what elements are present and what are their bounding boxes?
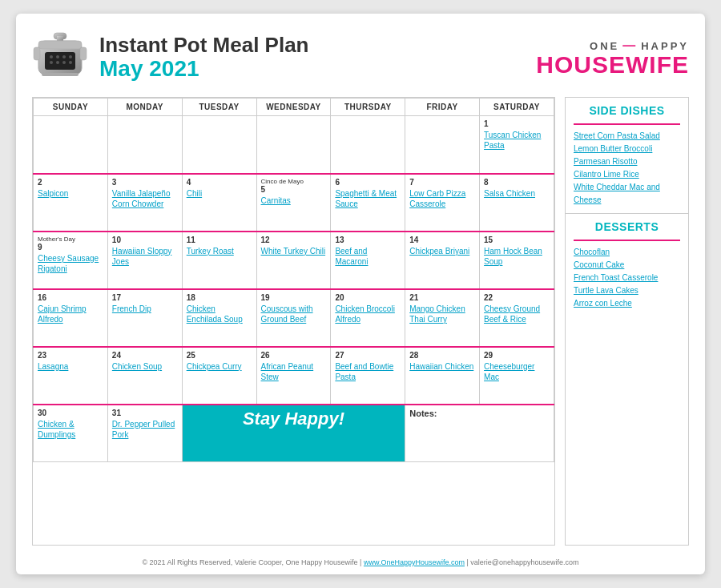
- side-dish-1[interactable]: Street Corn Pasta Salad: [574, 130, 680, 143]
- dessert-5[interactable]: Arroz con Leche: [574, 297, 680, 310]
- meal-chicken-dumplings[interactable]: Chicken & Dumplings: [38, 419, 103, 440]
- day-18: 18 Chicken Enchilada Soup: [182, 289, 256, 347]
- side-dish-5[interactable]: White Cheddar Mac and Cheese: [574, 181, 680, 207]
- col-thursday: THURSDAY: [331, 99, 405, 116]
- calendar-table: SUNDAY MONDAY TUESDAY WEDNESDAY THURSDAY…: [33, 98, 554, 462]
- day-8: 8 Salsa Chicken: [480, 174, 554, 232]
- svg-rect-3: [38, 41, 82, 49]
- stay-happy-cell: Stay Happy!: [182, 405, 405, 462]
- meal-turkey-roast[interactable]: Turkey Roast: [187, 246, 252, 256]
- day-12: 12 White Turkey Chili: [256, 232, 331, 289]
- col-monday: MONDAY: [107, 99, 182, 116]
- day-26: 26 African Peanut Stew: [256, 347, 331, 405]
- meal-beef-macaroni[interactable]: Beef and Macaroni: [335, 246, 401, 267]
- desserts-title: DESSERTS: [574, 220, 680, 233]
- day-empty: [256, 116, 331, 174]
- svg-point-10: [56, 61, 59, 64]
- calendar-header-row: SUNDAY MONDAY TUESDAY WEDNESDAY THURSDAY…: [34, 99, 554, 116]
- svg-point-9: [50, 61, 53, 64]
- week-2: 2 Salpicon 3 Vanilla Jalapeño Corn Chowd…: [34, 174, 554, 232]
- day-1: 1 Tuscan Chicken Pasta: [480, 116, 554, 174]
- day-22: 22 Cheesy Ground Beef & Rice: [480, 289, 554, 347]
- meal-chicken-broccoli[interactable]: Chicken Broccoli Alfredo: [335, 304, 401, 324]
- week-5: 23 Lasagna 24 Chicken Soup 25 Chickpea C…: [34, 347, 554, 405]
- footer-copyright: © 2021 All Rights Reserved, Valerie Coop…: [142, 558, 363, 566]
- day-empty: [331, 116, 405, 174]
- brand-logo: ONE — HAPPY HOUSEWIFE: [536, 38, 689, 77]
- header-left: Instant Pot Meal Plan May 2021: [32, 30, 309, 86]
- meal-mango-chicken[interactable]: Mango Chicken Thai Curry: [409, 304, 475, 324]
- meal-cheeseburger-mac[interactable]: Cheeseburger Mac: [484, 361, 550, 382]
- meal-chickpea-briyani[interactable]: Chickpea Briyani: [409, 246, 475, 256]
- notes-cell: Notes:: [405, 405, 554, 462]
- meal-ham-hock[interactable]: Ham Hock Bean Soup: [484, 246, 550, 267]
- week-6: 30 Chicken & Dumplings 31 Dr. Pepper Pul…: [34, 405, 554, 462]
- day-30: 30 Chicken & Dumplings: [34, 405, 108, 462]
- meal-chickpea-curry[interactable]: Chickpea Curry: [187, 361, 252, 372]
- day-2: 2 Salpicon: [34, 174, 108, 232]
- meal-white-turkey-chili[interactable]: White Turkey Chili: [261, 246, 327, 256]
- instant-pot-icon: [32, 30, 88, 86]
- svg-rect-4: [45, 52, 75, 70]
- day-5: Cinco de Mayo 5 Carnitas: [256, 174, 331, 232]
- day-16: 16 Cajun Shrimp Alfredo: [34, 289, 108, 347]
- week-1: 1 Tuscan Chicken Pasta: [34, 116, 554, 174]
- svg-rect-1: [57, 36, 63, 41]
- meal-african-peanut[interactable]: African Peanut Stew: [261, 361, 327, 382]
- meal-chili[interactable]: Chili: [187, 188, 252, 199]
- dessert-2[interactable]: Coconut Cake: [574, 259, 680, 272]
- footer-website[interactable]: www.OneHappyHousewife.com: [364, 558, 465, 566]
- meal-vanilla-jalapeno[interactable]: Vanilla Jalapeño Corn Chowder: [112, 188, 178, 209]
- dessert-1[interactable]: Chocoflan: [574, 246, 680, 259]
- col-saturday: SATURDAY: [480, 99, 554, 116]
- meal-carnitas[interactable]: Carnitas: [261, 195, 327, 206]
- svg-point-5: [50, 55, 53, 58]
- day-31: 31 Dr. Pepper Pulled Pork: [107, 405, 182, 462]
- desserts-section: DESSERTS Chocoflan Coconut Cake French T…: [566, 214, 688, 545]
- notes-label: Notes:: [409, 409, 437, 418]
- main-content: SUNDAY MONDAY TUESDAY WEDNESDAY THURSDAY…: [32, 97, 689, 546]
- day-7: 7 Low Carb Pizza Casserole: [405, 174, 480, 232]
- day-23: 23 Lasagna: [34, 347, 108, 405]
- svg-point-8: [69, 55, 72, 58]
- meal-chicken-soup[interactable]: Chicken Soup: [112, 361, 178, 372]
- meal-couscous[interactable]: Couscous with Ground Beef: [261, 304, 327, 324]
- day-empty: [182, 116, 256, 174]
- day-29: 29 Cheeseburger Mac: [480, 347, 554, 405]
- dessert-4[interactable]: Turtle Lava Cakes: [574, 284, 680, 297]
- meal-salpicon[interactable]: Salpicon: [38, 188, 103, 199]
- day-27: 27 Beef and Bowtie Pasta: [331, 347, 405, 405]
- footer: © 2021 All Rights Reserved, Valerie Coop…: [32, 554, 689, 566]
- week-4: 16 Cajun Shrimp Alfredo 17 French Dip 18…: [34, 289, 554, 347]
- meal-dr-pepper[interactable]: Dr. Pepper Pulled Pork: [112, 419, 178, 440]
- svg-rect-13: [34, 47, 40, 60]
- header-title: Instant Pot Meal Plan May 2021: [99, 34, 309, 81]
- col-friday: FRIDAY: [405, 99, 480, 116]
- side-dish-4[interactable]: Cilantro Lime Rice: [574, 168, 680, 181]
- meal-cajun-shrimp[interactable]: Cajun Shrimp Alfredo: [38, 304, 103, 324]
- meal-chicken-enchilada[interactable]: Chicken Enchilada Soup: [187, 304, 252, 324]
- meal-tuscan-chicken[interactable]: Tuscan Chicken Pasta: [484, 130, 550, 151]
- meal-cheesy-ground[interactable]: Cheesy Ground Beef & Rice: [484, 304, 550, 324]
- side-dishes-title: SIDE DISHES: [574, 104, 680, 117]
- day-28: 28 Hawaiian Chicken: [405, 347, 480, 405]
- svg-point-7: [62, 55, 66, 58]
- stay-happy-text: Stay Happy!: [243, 409, 344, 429]
- day-15: 15 Ham Hock Bean Soup: [480, 232, 554, 289]
- meal-cheesy-sausage[interactable]: Cheesy Sausage Rigatoni: [38, 253, 103, 274]
- day-24: 24 Chicken Soup: [107, 347, 182, 405]
- title-text: Instant Pot Meal Plan: [99, 34, 309, 57]
- svg-point-11: [62, 61, 66, 64]
- side-dish-2[interactable]: Lemon Butter Broccoli: [574, 143, 680, 155]
- meal-hawaiian-sloppy[interactable]: Hawaiian Sloppy Joes: [112, 246, 178, 267]
- day-9: Mother's Day 9 Cheesy Sausage Rigatoni: [34, 232, 108, 289]
- meal-beef-bowtie[interactable]: Beef and Bowtie Pasta: [335, 361, 401, 382]
- meal-lasagna[interactable]: Lasagna: [38, 361, 103, 372]
- meal-salsa-chicken[interactable]: Salsa Chicken: [484, 188, 550, 199]
- meal-spaghetti[interactable]: Spaghetti & Meat Sauce: [335, 188, 401, 209]
- dessert-3[interactable]: French Toast Casserole: [574, 272, 680, 284]
- meal-french-dip[interactable]: French Dip: [112, 304, 178, 314]
- side-dish-3[interactable]: Parmesan Risotto: [574, 155, 680, 168]
- meal-low-carb-pizza[interactable]: Low Carb Pizza Casserole: [409, 188, 475, 209]
- meal-hawaiian-chicken[interactable]: Hawaiian Chicken: [409, 361, 475, 372]
